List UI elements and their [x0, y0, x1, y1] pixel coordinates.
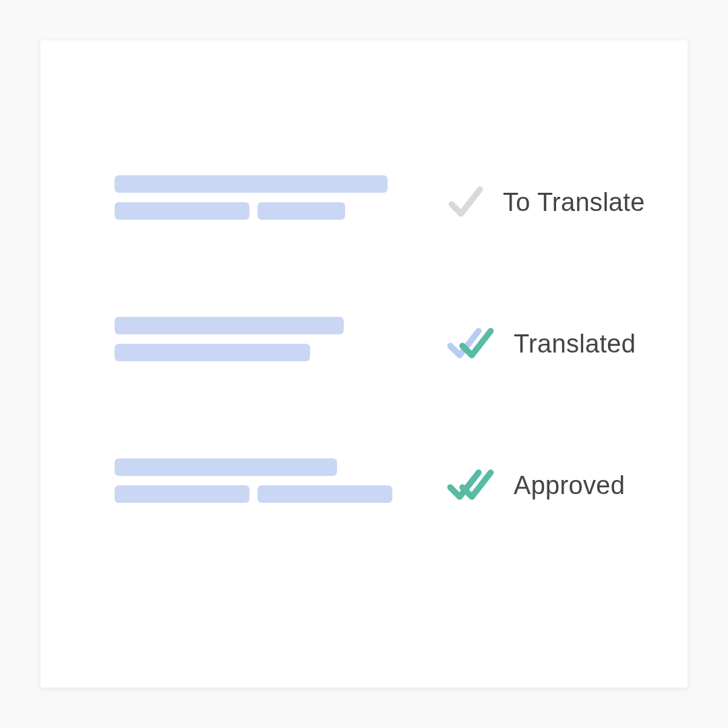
status-legend-card: To Translate Translated — [40, 40, 688, 688]
status-row-translated: Translated — [115, 317, 627, 371]
text-placeholder-lines — [115, 175, 398, 229]
status-indicator: Approved — [445, 464, 625, 506]
status-indicator: To Translate — [445, 181, 645, 223]
status-label: To Translate — [503, 188, 645, 217]
text-placeholder-lines — [115, 458, 398, 512]
status-label: Approved — [514, 471, 625, 500]
status-indicator: Translated — [445, 323, 636, 365]
status-label: Translated — [514, 330, 636, 359]
check-single-grey-icon — [445, 181, 487, 223]
check-double-teal-icon — [445, 464, 497, 506]
status-row-to-translate: To Translate — [115, 175, 627, 229]
text-placeholder-lines — [115, 317, 398, 371]
status-row-approved: Approved — [115, 458, 627, 512]
check-double-blue-teal-icon — [445, 323, 497, 365]
